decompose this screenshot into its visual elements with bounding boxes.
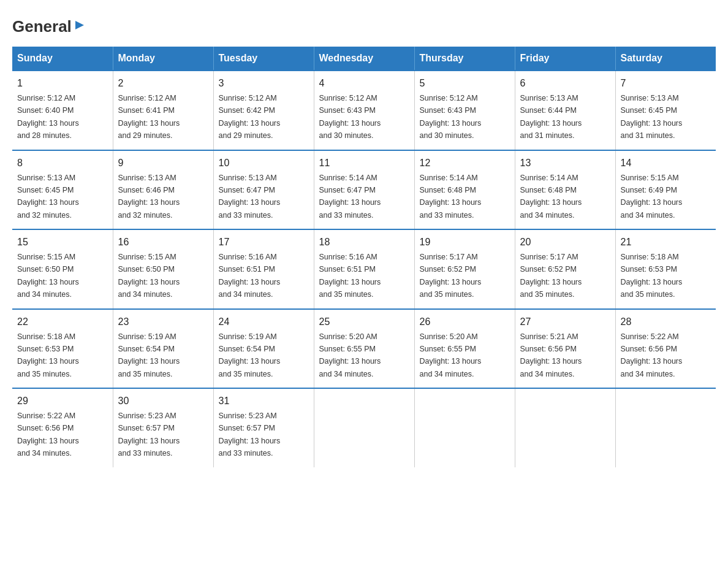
day-number: 13 — [520, 156, 610, 170]
day-info: Sunrise: 5:18 AMSunset: 6:53 PMDaylight:… — [17, 332, 79, 378]
day-number: 21 — [621, 235, 711, 250]
calendar-cell: 6Sunrise: 5:13 AMSunset: 6:44 PMDaylight… — [515, 71, 615, 150]
calendar-cell: 21Sunrise: 5:18 AMSunset: 6:53 PMDayligh… — [615, 229, 716, 309]
day-info: Sunrise: 5:23 AMSunset: 6:57 PMDaylight:… — [118, 412, 180, 458]
calendar-week-row: 29Sunrise: 5:22 AMSunset: 6:56 PMDayligh… — [12, 388, 716, 467]
day-info: Sunrise: 5:14 AMSunset: 6:48 PMDaylight:… — [420, 174, 482, 220]
day-number: 19 — [420, 235, 510, 250]
logo: General — [12, 12, 86, 34]
calendar-cell: 23Sunrise: 5:19 AMSunset: 6:54 PMDayligh… — [113, 309, 213, 389]
day-number: 8 — [17, 156, 108, 170]
day-info: Sunrise: 5:19 AMSunset: 6:54 PMDaylight:… — [118, 332, 180, 378]
calendar-cell: 15Sunrise: 5:15 AMSunset: 6:50 PMDayligh… — [12, 229, 113, 309]
day-number: 16 — [118, 235, 208, 250]
day-info: Sunrise: 5:14 AMSunset: 6:48 PMDaylight:… — [520, 174, 582, 220]
day-info: Sunrise: 5:17 AMSunset: 6:52 PMDaylight:… — [520, 253, 582, 299]
calendar-cell — [414, 388, 515, 467]
day-number: 30 — [118, 394, 208, 408]
header-thursday: Thursday — [414, 47, 515, 71]
calendar-cell: 9Sunrise: 5:13 AMSunset: 6:46 PMDaylight… — [113, 150, 213, 230]
day-info: Sunrise: 5:13 AMSunset: 6:46 PMDaylight:… — [118, 174, 180, 220]
header-sunday: Sunday — [12, 47, 113, 71]
day-info: Sunrise: 5:13 AMSunset: 6:47 PMDaylight:… — [219, 174, 281, 220]
calendar-cell: 18Sunrise: 5:16 AMSunset: 6:51 PMDayligh… — [314, 229, 414, 309]
day-number: 18 — [319, 235, 409, 250]
calendar-cell: 10Sunrise: 5:13 AMSunset: 6:47 PMDayligh… — [213, 150, 314, 230]
day-number: 14 — [621, 156, 711, 170]
day-info: Sunrise: 5:13 AMSunset: 6:45 PMDaylight:… — [621, 94, 683, 140]
day-number: 4 — [319, 76, 409, 91]
calendar-cell: 29Sunrise: 5:22 AMSunset: 6:56 PMDayligh… — [12, 388, 113, 467]
calendar-cell: 8Sunrise: 5:13 AMSunset: 6:45 PMDaylight… — [12, 150, 113, 230]
calendar-cell: 19Sunrise: 5:17 AMSunset: 6:52 PMDayligh… — [414, 229, 515, 309]
calendar-cell: 26Sunrise: 5:20 AMSunset: 6:55 PMDayligh… — [414, 309, 515, 389]
page-header: General — [12, 12, 716, 34]
calendar-cell: 1Sunrise: 5:12 AMSunset: 6:40 PMDaylight… — [12, 71, 113, 150]
day-info: Sunrise: 5:13 AMSunset: 6:44 PMDaylight:… — [520, 94, 582, 140]
calendar-table: SundayMondayTuesdayWednesdayThursdayFrid… — [12, 47, 716, 467]
day-number: 20 — [520, 235, 610, 250]
calendar-week-row: 8Sunrise: 5:13 AMSunset: 6:45 PMDaylight… — [12, 150, 716, 230]
day-number: 11 — [319, 156, 409, 170]
day-info: Sunrise: 5:17 AMSunset: 6:52 PMDaylight:… — [420, 253, 482, 299]
calendar-cell — [515, 388, 615, 467]
day-info: Sunrise: 5:12 AMSunset: 6:41 PMDaylight:… — [118, 94, 180, 140]
day-info: Sunrise: 5:12 AMSunset: 6:40 PMDaylight:… — [17, 94, 79, 140]
calendar-cell: 17Sunrise: 5:16 AMSunset: 6:51 PMDayligh… — [213, 229, 314, 309]
day-info: Sunrise: 5:22 AMSunset: 6:56 PMDaylight:… — [17, 412, 79, 458]
day-number: 1 — [17, 76, 108, 91]
day-number: 25 — [319, 315, 409, 329]
calendar-cell: 7Sunrise: 5:13 AMSunset: 6:45 PMDaylight… — [615, 71, 716, 150]
header-monday: Monday — [113, 47, 213, 71]
day-number: 22 — [17, 315, 108, 329]
calendar-cell: 28Sunrise: 5:22 AMSunset: 6:56 PMDayligh… — [615, 309, 716, 389]
calendar-cell: 3Sunrise: 5:12 AMSunset: 6:42 PMDaylight… — [213, 71, 314, 150]
header-saturday: Saturday — [615, 47, 716, 71]
day-info: Sunrise: 5:12 AMSunset: 6:43 PMDaylight:… — [319, 94, 381, 140]
calendar-week-row: 15Sunrise: 5:15 AMSunset: 6:50 PMDayligh… — [12, 229, 716, 309]
calendar-cell: 12Sunrise: 5:14 AMSunset: 6:48 PMDayligh… — [414, 150, 515, 230]
calendar-cell: 30Sunrise: 5:23 AMSunset: 6:57 PMDayligh… — [113, 388, 213, 467]
logo-triangle-icon — [73, 18, 86, 32]
day-number: 26 — [420, 315, 510, 329]
day-number: 10 — [219, 156, 309, 170]
day-number: 27 — [520, 315, 610, 329]
calendar-cell — [314, 388, 414, 467]
calendar-cell: 24Sunrise: 5:19 AMSunset: 6:54 PMDayligh… — [213, 309, 314, 389]
calendar-cell: 16Sunrise: 5:15 AMSunset: 6:50 PMDayligh… — [113, 229, 213, 309]
calendar-header-row: SundayMondayTuesdayWednesdayThursdayFrid… — [12, 47, 716, 71]
day-number: 28 — [621, 315, 711, 329]
day-number: 2 — [118, 76, 208, 91]
calendar-cell: 13Sunrise: 5:14 AMSunset: 6:48 PMDayligh… — [515, 150, 615, 230]
day-number: 15 — [17, 235, 108, 250]
calendar-cell: 25Sunrise: 5:20 AMSunset: 6:55 PMDayligh… — [314, 309, 414, 389]
day-info: Sunrise: 5:22 AMSunset: 6:56 PMDaylight:… — [621, 332, 683, 378]
day-number: 12 — [420, 156, 510, 170]
logo-general-text: General — [12, 18, 72, 34]
day-number: 9 — [118, 156, 208, 170]
day-info: Sunrise: 5:12 AMSunset: 6:43 PMDaylight:… — [420, 94, 482, 140]
day-info: Sunrise: 5:15 AMSunset: 6:49 PMDaylight:… — [621, 174, 683, 220]
day-info: Sunrise: 5:20 AMSunset: 6:55 PMDaylight:… — [420, 332, 482, 378]
day-info: Sunrise: 5:16 AMSunset: 6:51 PMDaylight:… — [219, 253, 281, 299]
calendar-cell: 31Sunrise: 5:23 AMSunset: 6:57 PMDayligh… — [213, 388, 314, 467]
header-wednesday: Wednesday — [314, 47, 414, 71]
day-info: Sunrise: 5:20 AMSunset: 6:55 PMDaylight:… — [319, 332, 381, 378]
day-info: Sunrise: 5:12 AMSunset: 6:42 PMDaylight:… — [219, 94, 281, 140]
day-info: Sunrise: 5:15 AMSunset: 6:50 PMDaylight:… — [118, 253, 180, 299]
day-info: Sunrise: 5:15 AMSunset: 6:50 PMDaylight:… — [17, 253, 79, 299]
svg-marker-0 — [75, 21, 84, 29]
header-friday: Friday — [515, 47, 615, 71]
header-tuesday: Tuesday — [213, 47, 314, 71]
calendar-week-row: 22Sunrise: 5:18 AMSunset: 6:53 PMDayligh… — [12, 309, 716, 389]
day-info: Sunrise: 5:14 AMSunset: 6:47 PMDaylight:… — [319, 174, 381, 220]
calendar-cell: 5Sunrise: 5:12 AMSunset: 6:43 PMDaylight… — [414, 71, 515, 150]
calendar-week-row: 1Sunrise: 5:12 AMSunset: 6:40 PMDaylight… — [12, 71, 716, 150]
day-info: Sunrise: 5:13 AMSunset: 6:45 PMDaylight:… — [17, 174, 79, 220]
day-number: 23 — [118, 315, 208, 329]
day-number: 31 — [219, 394, 309, 408]
calendar-cell: 22Sunrise: 5:18 AMSunset: 6:53 PMDayligh… — [12, 309, 113, 389]
calendar-cell — [615, 388, 716, 467]
day-info: Sunrise: 5:21 AMSunset: 6:56 PMDaylight:… — [520, 332, 582, 378]
day-number: 17 — [219, 235, 309, 250]
